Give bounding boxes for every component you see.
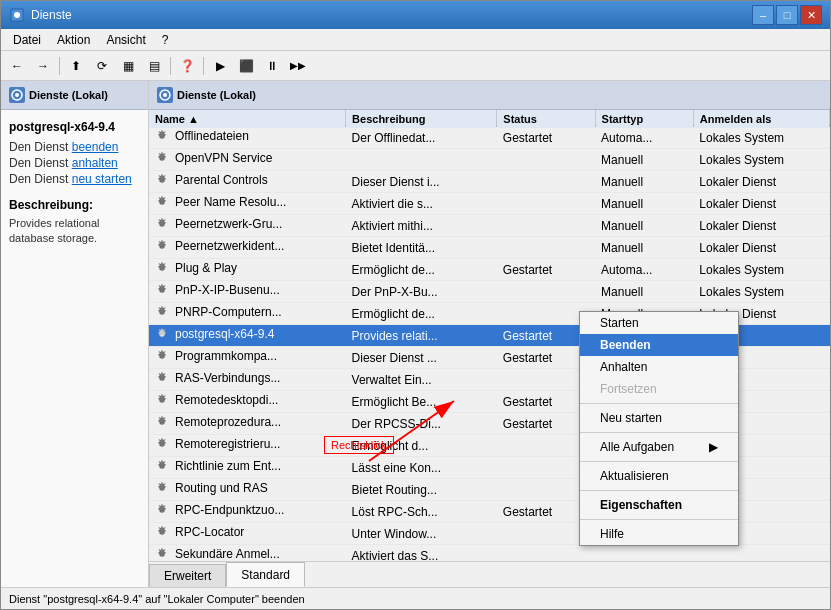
table-row[interactable]: OpenVPN Service Manuell Lokales System xyxy=(149,149,830,171)
ctx-starten[interactable]: Starten xyxy=(580,312,738,334)
context-menu: Starten Beenden Anhalten Fortsetzen Neu … xyxy=(579,311,739,546)
col-header-starttype[interactable]: Starttyp xyxy=(595,110,693,129)
window-icon xyxy=(9,7,25,23)
link-neustart[interactable]: neu starten xyxy=(72,172,132,186)
cell-desc: Aktiviert das S... xyxy=(346,545,497,562)
cell-logon: Lokaler Dienst xyxy=(693,215,829,237)
cell-logon xyxy=(693,545,829,562)
cell-desc: Löst RPC-Sch... xyxy=(346,501,497,523)
cell-name: RPC-Locator xyxy=(149,523,346,545)
table-row[interactable]: Parental Controls Dieser Dienst i... Man… xyxy=(149,171,830,193)
cell-name: Routing und RAS xyxy=(149,479,346,501)
cell-status xyxy=(497,149,595,171)
cell-name: Richtlinie zum Ent... xyxy=(149,457,346,479)
cell-name: Offlinedateien xyxy=(149,126,346,149)
help-toolbar-button[interactable]: ❓ xyxy=(175,55,199,77)
cell-desc: Verwaltet Ein... xyxy=(346,369,497,391)
left-panel-header: Dienste (Lokal) xyxy=(1,81,148,110)
cell-logon: Lokales System xyxy=(693,259,829,281)
refresh-button[interactable]: ⟳ xyxy=(90,55,114,77)
cell-logon: Lokales System xyxy=(693,281,829,303)
play-button[interactable]: ▶ xyxy=(208,55,232,77)
up-button[interactable]: ⬆ xyxy=(64,55,88,77)
main-content: Dienste (Lokal) postgresql-x64-9.4 Den D… xyxy=(1,81,830,587)
menu-aktion[interactable]: Aktion xyxy=(49,31,98,49)
cell-desc: Der RPCSS-Di... xyxy=(346,413,497,435)
table-row[interactable]: PnP-X-IP-Busenu... Der PnP-X-Bu... Manue… xyxy=(149,281,830,303)
table-row[interactable]: Peer Name Resolu... Aktiviert die s... M… xyxy=(149,193,830,215)
cell-name: Peer Name Resolu... xyxy=(149,193,346,215)
restore-button[interactable]: □ xyxy=(776,5,798,25)
view2-button[interactable]: ▤ xyxy=(142,55,166,77)
ctx-aktualisieren[interactable]: Aktualisieren xyxy=(580,465,738,487)
col-header-logon[interactable]: Anmelden als xyxy=(693,110,829,129)
menu-help[interactable]: ? xyxy=(154,31,177,49)
cell-name: PNRP-Computern... xyxy=(149,303,346,325)
description-text: Provides relational database storage. xyxy=(1,216,148,247)
svg-point-5 xyxy=(163,93,167,97)
separator-3 xyxy=(203,57,204,75)
link-neustart-row: Den Dienst neu starten xyxy=(9,172,140,186)
cell-name: OpenVPN Service xyxy=(149,149,346,171)
cell-logon: Lokaler Dienst xyxy=(693,237,829,259)
ctx-sep-3 xyxy=(580,461,738,462)
minimize-button[interactable]: – xyxy=(752,5,774,25)
toolbar: ← → ⬆ ⟳ ▦ ▤ ❓ ▶ ⬛ ⏸ ▶▶ xyxy=(1,51,830,81)
table-row[interactable]: Plug & Play Ermöglicht de... Gestartet A… xyxy=(149,259,830,281)
cell-name: Remoteregistrieru... xyxy=(149,435,346,457)
ctx-eigenschaften[interactable]: Eigenschaften xyxy=(580,494,738,516)
view1-button[interactable]: ▦ xyxy=(116,55,140,77)
col-header-desc[interactable]: Beschreibung xyxy=(346,110,497,129)
col-header-status[interactable]: Status xyxy=(497,110,595,129)
svg-point-3 xyxy=(15,93,19,97)
cell-name: Remotedesktopdi... xyxy=(149,391,346,413)
cell-status xyxy=(497,545,595,562)
cell-logon: Lokaler Dienst xyxy=(693,171,829,193)
ctx-anhalten[interactable]: Anhalten xyxy=(580,356,738,378)
link-anhalten[interactable]: anhalten xyxy=(72,156,118,170)
cell-name: Peernetzwerkident... xyxy=(149,237,346,259)
separator-2 xyxy=(170,57,171,75)
cell-desc: Bietet Identitä... xyxy=(346,237,497,259)
pause-button[interactable]: ⏸ xyxy=(260,55,284,77)
restart-button[interactable]: ▶▶ xyxy=(286,55,310,77)
cell-desc: Aktiviert die s... xyxy=(346,193,497,215)
back-button[interactable]: ← xyxy=(5,55,29,77)
tab-erweitert[interactable]: Erweitert xyxy=(149,564,226,587)
cell-logon: Lokales System xyxy=(693,149,829,171)
cell-desc: Der Offlinedat... xyxy=(346,126,497,149)
ctx-alle-aufgaben[interactable]: Alle Aufgaben ▶ xyxy=(580,436,738,458)
cell-desc: Bietet Routing... xyxy=(346,479,497,501)
cell-desc: Ermöglicht Be... xyxy=(346,391,497,413)
ctx-neustart[interactable]: Neu starten xyxy=(580,407,738,429)
stop-button[interactable]: ⬛ xyxy=(234,55,258,77)
link-beenden[interactable]: beenden xyxy=(72,140,119,154)
separator-1 xyxy=(59,57,60,75)
cell-logon: Lokaler Dienst xyxy=(693,193,829,215)
forward-button[interactable]: → xyxy=(31,55,55,77)
right-panel: Dienste (Lokal) Name ▲ Beschreibung Stat… xyxy=(149,81,830,587)
svg-point-1 xyxy=(14,12,20,18)
cell-name: RPC-Endpunktzuo... xyxy=(149,501,346,523)
cell-status: Gestartet xyxy=(497,259,595,281)
cell-desc: Der PnP-X-Bu... xyxy=(346,281,497,303)
menu-datei[interactable]: Datei xyxy=(5,31,49,49)
cell-status xyxy=(497,193,595,215)
left-panel-title: Dienste (Lokal) xyxy=(29,89,108,101)
link-anhalten-row: Den Dienst anhalten xyxy=(9,156,140,170)
ctx-hilfe[interactable]: Hilfe xyxy=(580,523,738,545)
cell-desc: Lässt eine Kon... xyxy=(346,457,497,479)
menu-ansicht[interactable]: Ansicht xyxy=(98,31,153,49)
bottom-tabs: Erweitert Standard xyxy=(149,561,830,587)
main-window: Dienste – □ ✕ Datei Aktion Ansicht ? ← →… xyxy=(0,0,831,610)
cell-name: Remoteprozedura... xyxy=(149,413,346,435)
tab-standard[interactable]: Standard xyxy=(226,562,305,587)
table-row[interactable]: Offlinedateien Der Offlinedat... Gestart… xyxy=(149,126,830,149)
cell-name: Programmkompa... xyxy=(149,347,346,369)
ctx-beenden[interactable]: Beenden xyxy=(580,334,738,356)
table-row[interactable]: Peernetzwerkident... Bietet Identitä... … xyxy=(149,237,830,259)
table-row[interactable]: Sekundäre Anmel... Aktiviert das S... xyxy=(149,545,830,562)
close-button[interactable]: ✕ xyxy=(800,5,822,25)
table-row[interactable]: Peernetzwerk-Gru... Aktiviert mithi... M… xyxy=(149,215,830,237)
service-links: Den Dienst beenden Den Dienst anhalten D… xyxy=(1,140,148,186)
